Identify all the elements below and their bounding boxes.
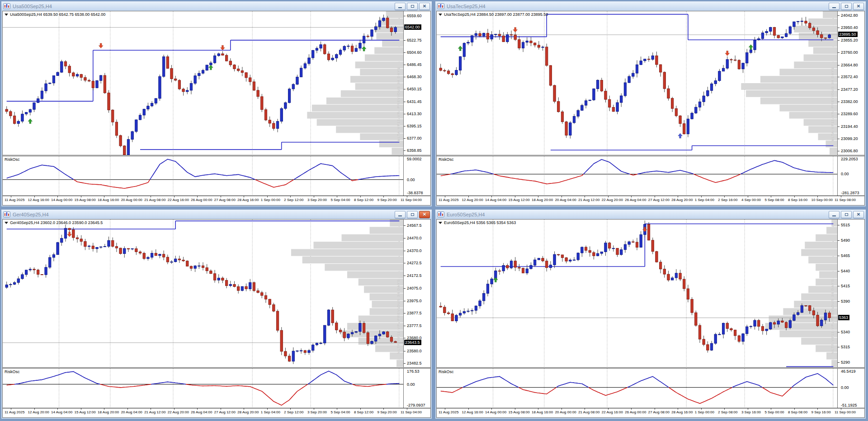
candle-bullish <box>640 61 642 65</box>
volume-profile-bar <box>794 26 837 33</box>
candle-bullish <box>616 103 618 112</box>
time-tick-label: 5 Sep 00:00 <box>764 410 784 414</box>
candle-bullish <box>789 27 791 33</box>
candle-bullish <box>750 50 752 52</box>
price-chart-canvas[interactable]: NLTA-VP11-VP- PREVIOUS 34 DAYS <box>437 11 837 155</box>
candle-bearish <box>108 93 110 110</box>
price-tick <box>404 251 406 251</box>
pane-divider[interactable] <box>3 367 430 369</box>
chart-area[interactable]: UsaTecSep25,H4 23884.50 23897.00 23877.0… <box>436 11 865 206</box>
close-button[interactable]: ✕ <box>419 211 430 218</box>
candle-bullish <box>624 244 626 250</box>
close-button[interactable]: ✕ <box>853 3 864 10</box>
restore-button[interactable] <box>841 3 852 10</box>
pane-divider[interactable] <box>437 367 864 369</box>
volume-profile-bar <box>826 227 837 234</box>
candle-bullish <box>754 320 756 326</box>
time-tick-label: 3 Sep 20:00 <box>307 410 327 414</box>
indicator-label: RiskOsc <box>5 157 20 162</box>
price-tick <box>404 16 406 16</box>
candle-bullish <box>463 311 465 313</box>
candle-bullish <box>343 46 345 50</box>
collapse-triangle-icon[interactable] <box>5 14 8 16</box>
candle-bullish <box>99 247 102 247</box>
oscillator-line <box>308 371 353 384</box>
chart-area[interactable]: Ger40Sep25,H4 23602.0 23646.0 23590.0 23… <box>2 219 431 418</box>
minimize-button[interactable] <box>829 211 840 218</box>
candle-bullish <box>754 40 756 50</box>
minimize-icon <box>398 7 402 8</box>
time-tick <box>151 196 151 197</box>
candle-bearish <box>178 259 180 260</box>
collapse-triangle-icon[interactable] <box>439 222 442 224</box>
close-button[interactable]: ✕ <box>419 3 430 10</box>
candle-bullish <box>147 106 149 109</box>
sell-arrow-icon <box>513 27 518 32</box>
time-tick-label: 11 Sep 08:00 <box>835 198 856 202</box>
oscillator-line <box>441 388 463 393</box>
candle-bearish <box>609 99 611 107</box>
collapse-triangle-icon[interactable] <box>5 222 8 224</box>
volume-profile-bar <box>805 242 837 248</box>
candle-bullish <box>824 313 826 320</box>
price-chart-canvas[interactable]: NLTA-VP11-VP- PREVIOUS 34 DAYS <box>3 220 403 367</box>
time-tick-label: 5 Sep 08:00 <box>764 198 784 202</box>
candle-bullish <box>644 59 646 61</box>
oscillator-canvas[interactable] <box>437 369 837 408</box>
candle-bearish <box>387 18 389 28</box>
oscillator-canvas[interactable] <box>3 156 403 196</box>
candle-bullish <box>371 30 373 37</box>
window-titlebar[interactable]: Euro50Sep25,H4 ✕ <box>435 210 866 219</box>
minimize-button[interactable] <box>395 3 406 10</box>
minimize-button[interactable] <box>395 211 406 218</box>
time-tick <box>337 196 337 197</box>
collapse-triangle-icon[interactable] <box>439 14 442 16</box>
chart-window-icon <box>3 3 10 9</box>
osc-zero-label: 0.00 <box>841 385 849 390</box>
pane-divider[interactable] <box>437 155 864 156</box>
price-chart-canvas[interactable]: NLTA-VP11-VP- PREVIOUS 34 DAYS <box>3 11 403 155</box>
chart-area[interactable]: Euro50Sep25,H4 5356 5365 5354 5363 RiskO… <box>436 219 865 418</box>
volume-profile-bar <box>326 98 403 104</box>
candle-bearish <box>213 274 216 280</box>
time-axis[interactable]: 11 Aug 202512 Aug 20:0014 Aug 04:0015 Au… <box>3 408 430 417</box>
time-axis[interactable]: 11 Aug 202512 Aug 16:0014 Aug 00:0015 Au… <box>3 196 430 205</box>
candle-bullish <box>25 270 27 275</box>
candle-bearish <box>253 283 255 291</box>
price-tick <box>838 77 840 77</box>
time-axis[interactable]: 11 Aug 202512 Aug 16:0014 Aug 00:0015 Au… <box>437 408 864 417</box>
candle-bullish <box>127 140 129 155</box>
time-axis[interactable]: 11 Aug 202512 Aug 20:0014 Aug 04:0015 Au… <box>437 196 864 205</box>
window-titlebar[interactable]: Ger40Sep25,H4 ✕ <box>1 210 432 219</box>
pane-divider[interactable] <box>3 155 430 156</box>
candle-bearish <box>186 261 189 267</box>
volume-profile-bar <box>808 19 837 25</box>
restore-button[interactable] <box>407 3 418 10</box>
minimize-button[interactable] <box>829 3 840 10</box>
candle-bullish <box>5 285 8 288</box>
candle-bearish <box>225 55 227 61</box>
candle-bullish <box>710 343 712 350</box>
candle-bearish <box>549 65 552 85</box>
candle-bearish <box>190 266 192 268</box>
candle-bearish <box>486 33 489 39</box>
time-tick-label: 15 Aug 08:00 <box>75 198 96 202</box>
candle-bullish <box>45 84 47 91</box>
oscillator-line <box>151 382 186 384</box>
candle-bullish <box>99 75 102 80</box>
price-chart-canvas[interactable]: NLTA-VP11-VP- PREVIOUS 34 DAYS <box>437 220 837 367</box>
oscillator-canvas[interactable] <box>437 156 837 196</box>
window-titlebar[interactable]: UsaTecSep25,H4 ✕ <box>435 1 866 11</box>
time-tick-label: 1 Sep 00:00 <box>695 410 714 414</box>
candle-bearish <box>182 89 184 92</box>
price-tick-label: 23760.00 <box>841 50 858 55</box>
oscillator-canvas[interactable] <box>3 369 403 408</box>
restore-button[interactable] <box>841 211 852 218</box>
chart-area[interactable]: Usa500Sep25,H4 6539.50 6542.75 6538.00 6… <box>2 11 431 206</box>
price-tick-label: 5415 <box>841 284 850 288</box>
window-titlebar[interactable]: Usa500Sep25,H4 ✕ <box>1 1 432 11</box>
candle-bearish <box>257 90 259 97</box>
close-button[interactable]: ✕ <box>853 211 864 218</box>
candle-bearish <box>115 246 118 248</box>
restore-button[interactable] <box>407 211 418 218</box>
